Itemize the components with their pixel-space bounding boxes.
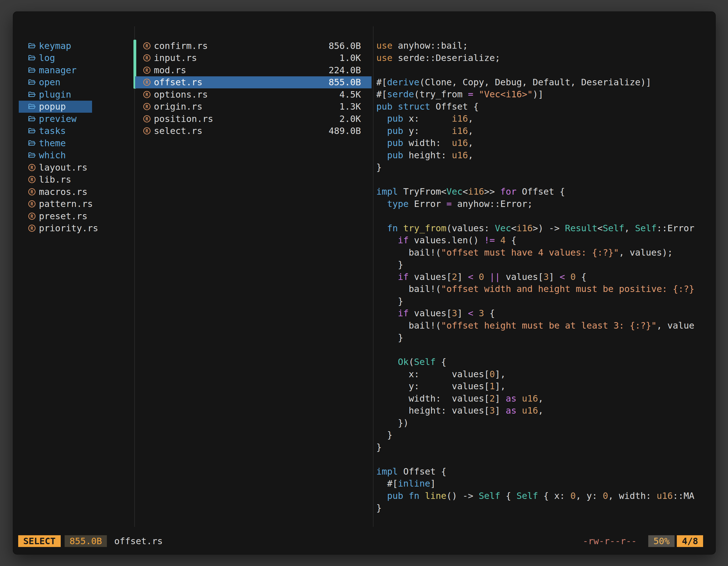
sidebar-item-preset-rs[interactable]: Rpreset.rs xyxy=(19,210,92,222)
sidebar-item-open[interactable]: open xyxy=(19,76,92,89)
file-name: mod.rs xyxy=(154,65,186,76)
file-permissions: -rw-r--r-- xyxy=(583,536,637,546)
file-size: 856.0B xyxy=(328,41,361,51)
file-row-position-rs[interactable]: Rposition.rs2.0K xyxy=(135,113,372,125)
rust-file-icon: R xyxy=(28,200,36,208)
sidebar-item-priority-rs[interactable]: Rpriority.rs xyxy=(19,222,92,235)
svg-text:R: R xyxy=(30,189,33,195)
svg-text:R: R xyxy=(30,226,33,231)
code-line: } xyxy=(376,295,715,307)
sidebar-item-theme[interactable]: theme xyxy=(19,137,92,149)
code-line: #[derive(Clone, Copy, Debug, Default, De… xyxy=(376,76,715,89)
rust-file-icon: R xyxy=(143,78,151,86)
sidebar-item-layout-rs[interactable]: Rlayout.rs xyxy=(19,161,92,174)
sidebar-item-which[interactable]: which xyxy=(19,149,92,162)
file-row-confirm-rs[interactable]: Rconfirm.rs856.0B xyxy=(135,40,372,52)
rust-file-icon: R xyxy=(28,188,36,196)
sidebar-item-label: keymap xyxy=(39,41,71,51)
file-size: 855.0B xyxy=(328,77,361,88)
code-line: bail!("offset width and height must be p… xyxy=(376,283,715,295)
status-bar: SELECT 855.0B offset.rs -rw-r--r-- 50% 4… xyxy=(13,535,715,548)
code-line: pub x: i16, xyxy=(376,113,715,125)
rust-file-icon: R xyxy=(143,66,151,74)
svg-text:R: R xyxy=(30,201,33,207)
code-line: } xyxy=(376,332,715,344)
file-row-origin-rs[interactable]: Rorigin.rs1.3K xyxy=(135,101,372,113)
file-name: select.rs xyxy=(154,126,202,136)
code-line: #[serde(try_from = "Vec<i16>")] xyxy=(376,88,715,101)
sidebar-item-tasks[interactable]: tasks xyxy=(19,125,92,137)
file-name: confirm.rs xyxy=(154,41,208,51)
rust-file-icon: R xyxy=(143,127,151,135)
rust-file-icon: R xyxy=(143,90,151,99)
sidebar-item-label: popup xyxy=(39,101,66,112)
file-row-select-rs[interactable]: Rselect.rs489.0B xyxy=(135,125,372,137)
sidebar-item-pattern-rs[interactable]: Rpattern.rs xyxy=(19,198,92,210)
scroll-percent-badge: 50% xyxy=(648,535,675,547)
sidebar-item-macros-rs[interactable]: Rmacros.rs xyxy=(19,186,92,198)
sidebar-item-keymap[interactable]: keymap xyxy=(19,40,92,52)
code-line: pub y: i16, xyxy=(376,125,715,137)
desktop-background: { "colors": { "accent_amber": "#f2a43c",… xyxy=(0,0,728,566)
file-row-input-rs[interactable]: Rinput.rs1.0K xyxy=(135,52,372,64)
sidebar-item-label: preset.rs xyxy=(39,211,87,222)
sidebar-item-label: pattern.rs xyxy=(39,199,93,209)
file-name: origin.rs xyxy=(154,101,202,112)
rust-file-icon: R xyxy=(28,163,36,172)
file-size: 489.0B xyxy=(328,126,361,136)
file-size: 4.5K xyxy=(339,89,361,100)
code-line: pub width: u16, xyxy=(376,137,715,149)
folder-open-icon xyxy=(28,42,36,50)
svg-text:R: R xyxy=(145,80,148,85)
preview-pane: use anyhow::bail;use serde::Deserialize;… xyxy=(376,40,715,528)
code-line: fn try_from(values: Vec<i16>) -> Result<… xyxy=(376,222,715,235)
code-line: bail!("offset height must be at least 3:… xyxy=(376,319,715,332)
folder-open-icon xyxy=(28,102,36,111)
rust-file-icon: R xyxy=(28,224,36,233)
svg-text:R: R xyxy=(30,214,33,219)
sidebar-item-label: layout.rs xyxy=(39,162,87,173)
code-line: if values[2] < 0 || values[3] < 0 { xyxy=(376,271,715,283)
terminal-window: keymaplogmanageropenpluginpopuppreviewta… xyxy=(13,12,715,554)
rust-file-icon: R xyxy=(28,175,36,184)
code-line: pub height: u16, xyxy=(376,149,715,162)
selected-file-size-badge: 855.0B xyxy=(65,535,107,547)
folder-open-icon xyxy=(28,139,36,147)
file-row-options-rs[interactable]: Roptions.rs4.5K xyxy=(135,88,372,101)
file-name: options.rs xyxy=(154,89,208,100)
sidebar-item-label: lib.rs xyxy=(39,174,71,185)
file-size: 2.0K xyxy=(339,114,361,124)
code-line: } xyxy=(376,502,715,514)
sidebar-item-label: which xyxy=(39,150,66,161)
sidebar-item-label: manager xyxy=(39,65,77,76)
sidebar-item-lib-rs[interactable]: Rlib.rs xyxy=(19,174,92,186)
sidebar-item-label: preview xyxy=(39,114,77,124)
sidebar-item-label: open xyxy=(39,77,60,88)
svg-text:R: R xyxy=(30,165,33,170)
code-line: pub struct Offset { xyxy=(376,101,715,113)
code-line xyxy=(376,453,715,466)
code-line: if values.len() != 4 { xyxy=(376,234,715,247)
sidebar-item-plugin[interactable]: plugin xyxy=(19,88,92,101)
current-directory-pane: Rconfirm.rs856.0BRinput.rs1.0KRmod.rs224… xyxy=(135,40,372,137)
code-line: y: values[1], xyxy=(376,380,715,393)
sidebar-item-label: tasks xyxy=(39,126,66,136)
code-line: impl Offset { xyxy=(376,466,715,478)
sidebar-item-popup[interactable]: popup xyxy=(19,101,92,113)
code-line: impl TryFrom<Vec<i16>> for Offset { xyxy=(376,186,715,198)
sidebar-item-log[interactable]: log xyxy=(19,52,92,64)
svg-text:R: R xyxy=(145,104,148,109)
file-row-mod-rs[interactable]: Rmod.rs224.0B xyxy=(135,64,372,76)
sidebar-item-manager[interactable]: manager xyxy=(19,64,92,76)
folder-open-icon xyxy=(28,78,36,86)
code-line: } xyxy=(376,259,715,271)
folder-open-icon xyxy=(28,151,36,159)
sidebar-item-preview[interactable]: preview xyxy=(19,113,92,125)
code-line: pub fn line() -> Self { Self { x: 0, y: … xyxy=(376,490,715,502)
code-line: } xyxy=(376,161,715,174)
file-row-offset-rs[interactable]: Roffset.rs855.0B xyxy=(135,76,372,89)
selected-file-name: offset.rs xyxy=(114,536,163,546)
folder-open-icon xyxy=(28,54,36,62)
code-line: }) xyxy=(376,417,715,429)
sidebar-item-label: theme xyxy=(39,138,66,149)
